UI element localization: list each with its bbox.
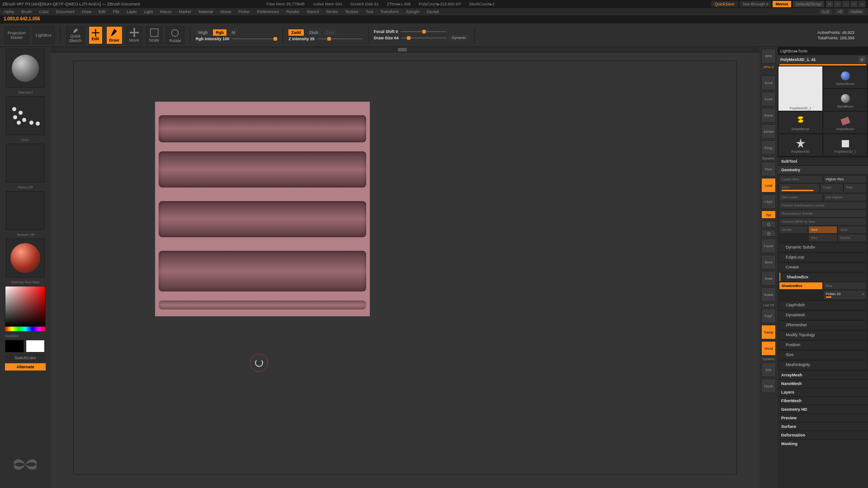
defaultzscript-button[interactable]: DefaultZScript xyxy=(793,1,824,7)
focal-shift-label[interactable]: Focal Shift 0 xyxy=(374,29,398,34)
rstr-button[interactable]: Rstr xyxy=(844,184,866,192)
rgb-intensity-slider[interactable] xyxy=(232,38,277,39)
gradient-label[interactable]: Gradient xyxy=(5,334,46,338)
cage-button[interactable]: Cage xyxy=(821,184,843,192)
section-dynamic-subdiv[interactable]: Dynamic Subdiv xyxy=(779,243,866,251)
section-arraymesh[interactable]: ArrayMesh xyxy=(778,371,868,379)
tool-thumb-spherebrush[interactable]: SphereBrush xyxy=(823,66,867,88)
maximize-icon[interactable]: □ xyxy=(850,1,858,7)
solo-button[interactable]: Solo xyxy=(761,362,776,377)
tool-thumb-current[interactable]: PolyMesh3D_1 xyxy=(778,66,822,111)
menu-picker[interactable]: Picker xyxy=(238,9,250,14)
section-geometry[interactable]: Geometry xyxy=(778,165,868,174)
section-meshintegrity[interactable]: MeshIntegrity xyxy=(779,360,866,369)
section-shadowbox[interactable]: ShadowBox xyxy=(779,272,866,281)
move-button[interactable]: Move xyxy=(126,26,142,44)
quicksave-button[interactable]: QuickSave xyxy=(711,1,738,7)
tool-thumb-polymesh3d[interactable]: PolyMesh3D xyxy=(778,134,822,156)
alternate-button[interactable]: Alternate xyxy=(5,363,46,371)
local-button[interactable]: Local xyxy=(761,178,776,192)
rgb-intensity-label[interactable]: Rgb Intensity 100 xyxy=(196,37,230,41)
menu-zscript[interactable]: Zscript xyxy=(427,9,439,14)
close-icon[interactable]: × xyxy=(859,1,866,7)
zadd-button[interactable]: Zadd xyxy=(288,29,304,36)
menu-macro[interactable]: Macro xyxy=(160,9,171,14)
section-size[interactable]: Size xyxy=(779,350,866,359)
xyz-button[interactable]: Xyz xyxy=(761,211,776,219)
scroll-button[interactable]: Scroll xyxy=(761,75,776,90)
draw-size-slider[interactable] xyxy=(401,38,447,38)
section-geometry-hd[interactable]: Geometry HD xyxy=(778,405,868,413)
spix-slider[interactable]: SPix 3 xyxy=(763,65,774,69)
primary-color-swatch[interactable] xyxy=(26,340,45,352)
section-preview[interactable]: Preview xyxy=(778,413,868,422)
section-crease[interactable]: Crease xyxy=(779,263,866,271)
section-modify-topology[interactable]: Modify Topology xyxy=(779,330,866,339)
hue-slider[interactable] xyxy=(5,327,46,331)
menu-stroke[interactable]: Stroke xyxy=(326,9,338,14)
tool-r-button[interactable]: R xyxy=(859,56,865,63)
rgb-button[interactable]: Rgb xyxy=(213,29,226,36)
menu-file[interactable]: File xyxy=(113,9,120,14)
menu-light[interactable]: Light xyxy=(144,9,153,14)
menu-transform[interactable]: Transform xyxy=(380,9,399,14)
persp-button[interactable]: Persp xyxy=(761,141,776,155)
freeze-subdiv-button[interactable]: Freeze SubDivision Levels xyxy=(779,202,866,209)
polish-slider[interactable]: Polish 10 ○ xyxy=(824,291,867,299)
section-claypolish[interactable]: ClayPolish xyxy=(779,300,866,309)
sdiv-slider[interactable]: SDiv xyxy=(779,184,819,192)
smt-button[interactable]: Smt xyxy=(809,226,837,233)
menu-draw[interactable]: Draw xyxy=(82,9,91,14)
actual-button[interactable]: Actual xyxy=(761,108,776,122)
fit-button[interactable]: ◎ xyxy=(761,230,776,237)
menus-button[interactable]: Menus xyxy=(773,1,791,7)
projection-master-button[interactable]: Projection Master xyxy=(5,26,29,44)
transp-button[interactable]: Transp xyxy=(761,325,776,339)
section-subtool[interactable]: SubTool xyxy=(778,157,868,165)
del-higher-button[interactable]: Del Higher xyxy=(824,194,867,201)
bpr-button[interactable]: BPR xyxy=(761,49,776,63)
texture-selector[interactable] xyxy=(6,191,45,230)
menu-edit[interactable]: Edit xyxy=(99,9,106,14)
all-button[interactable]: All xyxy=(835,9,844,14)
aahalf-button[interactable]: AAHalf xyxy=(761,124,776,139)
visible-button[interactable]: Visible xyxy=(848,9,864,14)
frame-button[interactable]: Frame xyxy=(761,239,776,253)
tool-thumb-polymesh3d-1[interactable]: PolyMesh3D_1 xyxy=(823,134,867,156)
dynamic-button[interactable]: Dynamic xyxy=(449,35,469,41)
viewport[interactable] xyxy=(73,61,737,474)
stroke-selector[interactable] xyxy=(6,96,45,135)
zsub-button[interactable]: Zsub xyxy=(307,29,321,36)
scale-tool-button[interactable]: Scale xyxy=(761,271,776,286)
z-intensity-label[interactable]: Z Intensity 25 xyxy=(288,37,315,41)
suv-button[interactable]: SUV xyxy=(838,226,866,233)
menu-zplugin[interactable]: Zplugin xyxy=(406,9,420,14)
redn-button[interactable]: ReDN xyxy=(838,235,866,241)
draw-button[interactable]: Draw xyxy=(106,26,123,44)
mrgb-button[interactable]: Mrgb xyxy=(196,29,211,36)
draw-size-label[interactable]: Draw Size 64 xyxy=(374,36,399,40)
section-surface[interactable]: Surface xyxy=(778,422,868,431)
section-fibermesh[interactable]: FiberMesh xyxy=(778,396,868,405)
help-icon[interactable]: ? xyxy=(834,1,841,7)
color-picker[interactable] xyxy=(5,286,46,327)
scale-button[interactable]: Scale xyxy=(146,26,163,44)
tool-thumb-eraserbrush[interactable]: EraserBrush xyxy=(823,112,867,133)
floor-button[interactable]: Floor xyxy=(761,162,776,176)
material-selector[interactable] xyxy=(6,239,45,277)
focal-shift-slider[interactable] xyxy=(401,31,446,32)
xpose-button[interactable]: Xpose xyxy=(761,379,776,393)
menu-material[interactable]: Material xyxy=(198,9,213,14)
rotate-button[interactable]: Rotate xyxy=(166,26,184,44)
rotate-tool-button[interactable]: Rotate xyxy=(761,287,776,302)
tool-thumb-simplebrush[interactable]: SimpleBrush xyxy=(778,112,822,133)
section-dynamesh[interactable]: DynaMesh xyxy=(779,310,866,319)
convert-bpr-button[interactable]: Convert BPR To Geo xyxy=(779,218,866,225)
m-button[interactable]: M xyxy=(229,29,238,36)
zoom-button[interactable]: Zoom xyxy=(761,92,776,106)
menu-alpha[interactable]: Alpha xyxy=(4,9,14,14)
minimize-icon[interactable]: – xyxy=(842,1,849,7)
menu-marker[interactable]: Marker xyxy=(179,9,191,14)
menu-color[interactable]: Color xyxy=(39,9,49,14)
divide-button[interactable]: Divide xyxy=(779,226,807,233)
